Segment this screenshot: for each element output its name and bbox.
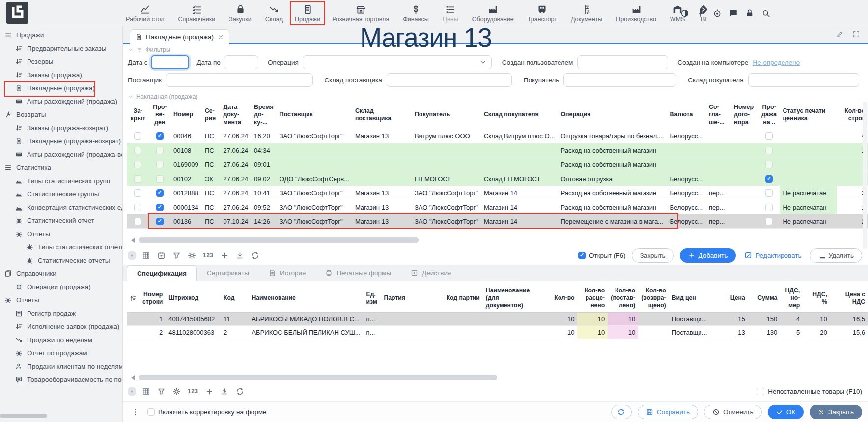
sidebar-item-12[interactable]: Статистические группы <box>0 187 122 201</box>
ok-button[interactable]: ОК <box>768 405 804 419</box>
sidebar-item-0[interactable]: Продажи <box>0 28 122 42</box>
lock-icon[interactable] <box>745 9 754 18</box>
spec-col-vat_num[interactable]: НДС, но- мер <box>780 284 803 313</box>
spec-col-qty[interactable]: Кол-во <box>545 284 577 313</box>
sidebar-item-8[interactable]: Накладные (продажа-возврат) <box>0 134 122 148</box>
chat-icon[interactable] <box>729 9 738 18</box>
open-f6-checkbox[interactable]: Открыт (F6) <box>578 252 625 259</box>
closed-checkbox[interactable] <box>134 204 141 211</box>
checkbox[interactable] <box>757 388 764 395</box>
download-icon[interactable] <box>236 251 244 260</box>
closed-checkbox[interactable] <box>134 218 141 225</box>
menu-item-4[interactable]: Продажи <box>290 1 325 25</box>
grid-view-icon[interactable] <box>142 251 150 260</box>
checkbox[interactable] <box>578 252 586 259</box>
edit-button[interactable]: Редактировать <box>742 248 804 263</box>
sale_on-checkbox[interactable] <box>765 218 773 225</box>
posted-checkbox[interactable] <box>156 218 164 225</box>
invoice-hscrollbar[interactable] <box>127 237 863 243</box>
app-logo[interactable] <box>6 2 28 24</box>
spec-hscrollbar[interactable] <box>127 374 863 381</box>
refresh-icon[interactable] <box>251 251 259 260</box>
grid-view-icon[interactable] <box>142 387 150 396</box>
sidebar-item-10[interactable]: Статистика <box>0 161 122 174</box>
supplier-input[interactable] <box>166 73 313 87</box>
scroll-left-arrow-icon[interactable] <box>129 375 135 380</box>
sale_on-checkbox[interactable] <box>765 189 773 197</box>
supplier-wh-input[interactable] <box>387 73 512 87</box>
detail-tab-0[interactable]: Спецификация <box>127 265 197 281</box>
date-to-input[interactable] <box>224 55 258 69</box>
spec-col-batch_code[interactable]: Код партии <box>438 284 483 313</box>
sidebar-item-17[interactable]: Статистические отчеты <box>0 254 122 267</box>
scrollbar-thumb[interactable] <box>139 375 497 380</box>
invoice-col-time[interactable]: Время до- ку-... <box>251 101 277 129</box>
numbering-toggle[interactable]: 123 <box>188 388 198 395</box>
scrollbar-thumb[interactable] <box>139 237 419 243</box>
delete-button[interactable]: Удалить <box>810 248 862 263</box>
sidebar-item-15[interactable]: Отчеты <box>0 227 122 240</box>
sale_on-checkbox[interactable] <box>765 204 773 211</box>
sidebar-item-7[interactable]: Заказы (продажа-возврат) <box>0 121 122 134</box>
spec-col-price_type[interactable]: Вид цен <box>669 284 714 313</box>
date-from-input[interactable] <box>151 55 189 69</box>
save-button[interactable]: Сохранить <box>638 405 698 419</box>
filter-funnel-icon[interactable] <box>172 251 181 260</box>
spec-col-doc_name[interactable]: Наименование (для документов) <box>483 284 545 313</box>
posted-checkbox[interactable] <box>156 175 164 183</box>
invoice-col-buyer[interactable]: Покупатель <box>412 101 481 129</box>
posted-checkbox[interactable] <box>156 189 164 197</box>
spec-col-qty_returned[interactable]: Кол-во (возвра- щено) <box>638 284 669 313</box>
invoice-row[interactable]: 00136ПС07.10.2414:26ЗАО "ЛюксСофтТорг"Ма… <box>127 214 868 229</box>
closed-checkbox[interactable] <box>134 161 141 168</box>
menu-item-9[interactable]: Транспорт <box>521 1 564 25</box>
closed-checkbox[interactable] <box>134 132 141 140</box>
tab-invoices-sale[interactable]: Накладные (продажа) <box>130 29 229 44</box>
menu-item-6[interactable]: Финансы <box>396 1 435 25</box>
detail-tab-4[interactable]: Действия <box>401 265 461 281</box>
sidebar-item-18[interactable]: Справочники <box>0 267 122 280</box>
menu-item-10[interactable]: Документы <box>564 1 609 25</box>
spec-col-vat_pct[interactable]: НДС, % <box>803 284 830 313</box>
posted-checkbox[interactable] <box>156 132 164 140</box>
invoice-col-supplier[interactable]: Поставщик <box>277 101 352 129</box>
sidebar-item-23[interactable]: Продажи по неделям <box>0 333 122 346</box>
sidebar-item-21[interactable]: Регистр продаж <box>0 307 122 320</box>
created-by-input[interactable] <box>577 55 668 69</box>
spec-col-qty_delivered[interactable]: Кол-во (постав- лено) <box>608 284 638 313</box>
menu-item-1[interactable]: Справочники <box>171 1 222 25</box>
spec-row[interactable]: 248110280003632АБРИКОС БЕЛЫЙ ПЕЛИКАН СУШ… <box>127 326 868 339</box>
invoice-col-operation[interactable]: Операция <box>558 101 667 129</box>
checkbox[interactable] <box>147 408 155 416</box>
invoice-col-series[interactable]: Се- рия <box>202 101 221 129</box>
created-on-computer-link[interactable]: Не определено <box>753 59 800 66</box>
close-invoice-button[interactable]: Закрыть <box>632 248 674 263</box>
add-column-icon[interactable] <box>221 251 229 260</box>
sale_on-checkbox[interactable] <box>765 175 773 183</box>
posted-checkbox[interactable] <box>156 161 164 168</box>
invoice-row[interactable]: 0012888ПС27.06.2410:41ЗАО "ЛюксСофтТорг"… <box>127 186 868 200</box>
close-tab-icon[interactable] <box>217 34 224 41</box>
spec-col-name[interactable]: Наименование <box>249 284 363 313</box>
sidebar-item-6[interactable]: Возвраты <box>0 108 122 121</box>
invoice-row[interactable]: 00108ПС27.06.2404:34Расход на собственны… <box>127 143 868 158</box>
invoice-row[interactable]: 00102ЭК27.06.2409:02ОДО "ЛюксСофтСерв...… <box>127 172 868 186</box>
menu-item-3[interactable]: Склад <box>258 1 290 25</box>
spec-col-barcode[interactable]: Штрихкод <box>166 284 221 313</box>
invoice-col-agreement[interactable]: Со- гла- ше-... <box>706 101 731 129</box>
numbering-toggle[interactable]: 123 <box>203 252 214 259</box>
posted-checkbox[interactable] <box>156 147 164 154</box>
menu-item-11[interactable]: Производство <box>609 1 663 25</box>
sidebar-item-2[interactable]: Резервы <box>0 55 122 68</box>
settings-gear-icon[interactable] <box>172 387 181 396</box>
spec-col-line_no[interactable]: Номер строки <box>140 284 166 313</box>
sidebar-item-19[interactable]: Операции (продажа) <box>0 280 122 293</box>
spec-col-unit[interactable]: Ед. изм <box>364 284 381 313</box>
closed-checkbox[interactable] <box>134 147 141 154</box>
form-adjustment-checkbox[interactable]: Включить корректировку на форме <box>147 408 267 416</box>
spec-col-qty_priced[interactable]: Кол-во расце- нено <box>577 284 608 313</box>
operation-select[interactable] <box>303 55 492 69</box>
buyer-input[interactable] <box>563 73 676 87</box>
menu-item-5[interactable]: Розничная торговля <box>325 1 396 25</box>
add-column-icon[interactable] <box>205 387 214 396</box>
